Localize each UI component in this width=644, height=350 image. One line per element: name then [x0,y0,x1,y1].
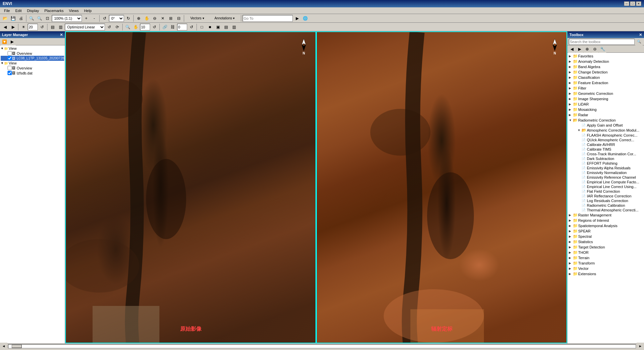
rotate-right-button[interactable]: ↻ [125,15,132,22]
toolbox-iar[interactable]: 📄 IAR Reflectance Correction [568,194,643,198]
close-button[interactable]: ✕ [636,1,641,6]
toolbox-sharpening[interactable]: ▶ 📁 Image Sharpening [568,96,643,102]
save-button[interactable]: 💾 [9,15,17,22]
toolbox-empirical-compute[interactable]: 📄 Empirical Line Compute Facto... [568,180,643,184]
toolbox-anomaly[interactable]: ▶ 📁 Anomaly Detection [568,59,643,64]
rotation-dropdown[interactable]: 0° [109,15,124,22]
tree-overview1[interactable]: 🖼 Overview [1,51,64,56]
refresh5-button[interactable]: ↺ [188,23,195,31]
zoom-fit-button[interactable]: ⊡ [44,15,51,22]
display-btn4[interactable]: ▤ [222,23,230,31]
toolbox-atm-module[interactable]: ▼ 📂 Atmospheric Correction Modul... [568,128,643,133]
toolbox-lidar[interactable]: ▶ 📁 LiDAR [568,102,643,107]
tool4[interactable]: ✕ [159,15,166,22]
toolbox-effort[interactable]: 📄 EFFORT Polishing [568,161,643,166]
left-image-panel[interactable]: N 原始影像 [65,31,316,343]
toolbox-log-residuals[interactable]: 📄 Log Residuals Correction [568,198,643,203]
toolbox-radiometric[interactable]: ▼ 📂 Radiometric Correction [568,118,643,123]
toolbox-spear[interactable]: ▶ 📁 SPEAR [568,228,643,234]
scroll-track[interactable] [8,344,636,348]
toolbox-vector[interactable]: ▶ 📁 Vector [568,266,643,271]
right-image-panel[interactable]: N 辐射定标 [316,31,567,343]
linear-dropdown[interactable]: Optimized Linear [65,24,105,30]
goto-input[interactable] [243,15,293,22]
toolbox-empirical-correct[interactable]: 📄 Empirical Line Correct Using... [568,184,643,189]
tool2[interactable]: ✋ [143,15,150,22]
toolbox-emissivity-alpha[interactable]: 📄 Emissivity Alpha Residuals [568,166,643,170]
layer2-checkbox[interactable] [7,71,12,75]
overview2-checkbox[interactable] [7,66,12,70]
scroll-right[interactable]: ▶ [637,343,644,350]
menu-edit[interactable]: Edit [13,8,24,13]
lm-btn2[interactable]: ▶ [8,38,16,45]
layer1-checkbox[interactable] [7,56,12,60]
tool1[interactable]: ⊕ [135,15,142,22]
rotate-left-button[interactable]: ↺ [101,15,108,22]
toolbox-search-input[interactable] [569,39,635,45]
toolbox-thor[interactable]: ▶ 📁 THOR [568,250,643,255]
contrast-button[interactable]: ☀ [20,23,27,31]
toolbox-band-algebra[interactable]: ▶ 📁 Band Algebra [568,64,643,69]
tree-view2[interactable]: ▼ 📁 View [1,61,64,65]
tb-btn1[interactable]: ◀ [568,45,575,53]
toolbox-dark-sub[interactable]: 📄 Dark Subtraction [568,156,643,161]
refresh4-button[interactable]: ↺ [151,23,158,31]
zoom-dropdown[interactable]: 100% (1:1) [52,15,82,22]
value2-input[interactable] [140,24,150,30]
toolbox-quac[interactable]: 📄 QUick Atmospheric Correct... [568,138,643,142]
toolbox-calibrate-avhrr[interactable]: 📄 Calibrate AVHRR [568,142,643,147]
prev-band-button[interactable]: ◀ [1,23,9,31]
menu-file[interactable]: File [1,8,13,13]
annotations-button[interactable]: Annotations ▾ [210,15,240,22]
menu-views[interactable]: Views [66,8,81,13]
toolbox-radar[interactable]: ▶ 📁 Radar [568,112,643,118]
menu-help[interactable]: Help [81,8,94,13]
open-button[interactable]: 📂 [1,15,9,22]
scroll-left[interactable]: ◀ [0,343,7,350]
horizontal-scrollbar[interactable]: ◀ ▶ [0,344,644,349]
tb-btn2[interactable]: ▶ [576,45,583,53]
toolbox-flat-field[interactable]: 📄 Flat Field Correction [568,189,643,194]
toolbox-mosaicking[interactable]: ▶ 📁 Mosaicking [568,107,643,112]
display-btn2[interactable]: ■ [206,23,214,31]
tool3[interactable]: ⊖ [151,15,158,22]
layer-manager-close[interactable]: ✕ [60,33,63,37]
toolbox-change-detection[interactable]: ▶ 📁 Change Detection [568,69,643,75]
stretch-input[interactable] [28,24,38,30]
search-icon[interactable]: 🔍 [635,38,643,45]
toolbox-geometric[interactable]: ▶ 📁 Geometric Correction [568,91,643,96]
display-btn5[interactable]: ▥ [230,23,238,31]
tb-btn3[interactable]: ⊕ [584,45,591,53]
tree-layer2[interactable]: 🖼 lzfsdb.dat [1,70,64,75]
next-band-button[interactable]: ▶ [9,23,17,31]
toolbox-target-detection[interactable]: ▶ 📁 Target Detection [568,244,643,250]
toolbox-cross-track[interactable]: 📄 Cross-Track Illumination Cor... [568,152,643,156]
toolbox-transform[interactable]: ▶ 📁 Transform [568,260,643,266]
toolbox-spectral[interactable]: ▶ 📁 Spectral [568,234,643,239]
maximize-button[interactable]: □ [630,1,635,6]
tb-btn5[interactable]: 🔧 [599,45,606,53]
globe-button[interactable]: 🌐 [301,15,309,22]
toolbox-apply-gain[interactable]: 📄 Apply Gain and Offset [568,123,643,128]
toolbox-statistics[interactable]: ▶ 📁 Statistics [568,239,643,244]
menu-display[interactable]: Display [24,8,42,13]
display-btn3[interactable]: ▣ [214,23,222,31]
toolbox-emissivity-ref[interactable]: 📄 Emissivity Reference Channel [568,175,643,180]
refresh2-button[interactable]: ↺ [106,23,113,31]
toolbox-raster[interactable]: ▶ 📁 Raster Management [568,212,643,218]
scroll-thumb[interactable] [12,345,22,348]
toolbox-classification[interactable]: ▶ 📁 Classification [568,75,643,80]
toolbox-spatiotemporal[interactable]: ▶ 📁 Spatiotemporal Analysis [568,223,643,228]
refresh1-button[interactable]: ↺ [38,23,46,31]
toolbox-rad-cal[interactable]: 📄 Radiometric Calibration [568,203,643,208]
zoom-in-button[interactable]: 🔍 [28,15,35,22]
toolbox-flaash[interactable]: 📄 FLAASH Atmospheric Correc... [568,133,643,138]
tool5[interactable]: ⊞ [167,15,174,22]
value3-input[interactable] [177,24,187,30]
toolbox-filter[interactable]: ▶ 📁 Filter [568,85,643,91]
toolbox-favorites[interactable]: ▶ 📁 Favorites [568,53,643,59]
lm-btn1[interactable]: 🔽 [1,38,8,45]
toolbox-calibrate-tims[interactable]: 📄 Calibrate TIMS [568,147,643,152]
tb-btn4[interactable]: ⊖ [591,45,599,53]
zoom-out-button[interactable]: 🔍 [36,15,43,22]
